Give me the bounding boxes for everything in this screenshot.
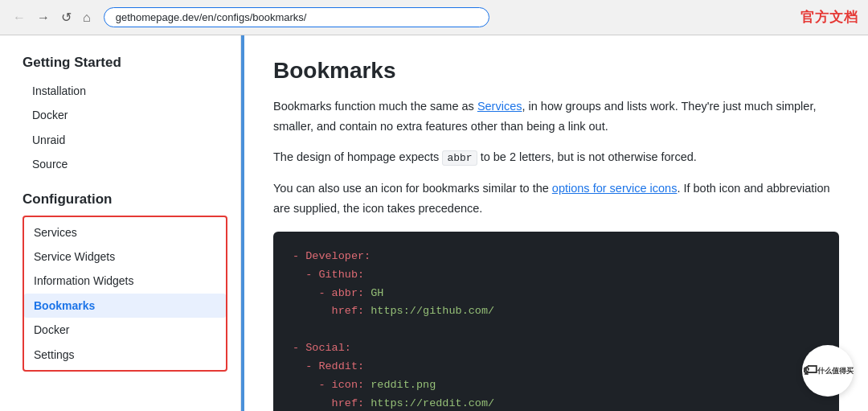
badge-label: 什么值得买 [817,367,854,376]
browser-chrome: ← → ↺ ⌂ 官方文档 [0,0,868,35]
abbr-code: abbr [442,150,477,166]
configuration-title: Configuration [23,191,227,208]
getting-started-title: Getting Started [23,55,227,71]
sidebar-item-information-widgets[interactable]: Information Widgets [24,269,226,293]
sidebar-item-services[interactable]: Services [24,220,226,245]
zmzm-badge: 🏷 什么值得买 [802,345,854,397]
nav-buttons: ← → ↺ ⌂ [10,10,94,26]
code-line-6: - Social: [293,339,820,358]
configuration-group: Services Service Widgets Information Wid… [23,216,227,372]
page-layout: Getting Started Installation Docker Unra… [0,35,868,411]
code-block: - Developer: - Github: - abbr: GH href: … [273,232,839,411]
code-line-8: - icon: reddit.png [293,376,820,395]
address-bar-container [104,7,489,27]
code-line-9: href: https://reddit.com/ [293,395,820,411]
getting-started-section: Getting Started Installation Docker Unra… [23,55,227,177]
badge-icon: 🏷 [803,361,817,380]
code-line-4: href: https://github.com/ [293,302,820,321]
para-1: Bookmarks function much the same as Serv… [273,97,839,136]
services-link[interactable]: Services [477,100,522,113]
sidebar: Getting Started Installation Docker Unra… [0,35,241,411]
code-line-7: - Reddit: [293,358,820,376]
para-2-text: The design of hompage expects [273,150,442,163]
code-line-5 [293,321,820,339]
sidebar-item-settings[interactable]: Settings [24,343,226,367]
sidebar-item-service-widgets[interactable]: Service Widgets [24,245,226,269]
address-bar[interactable] [104,7,489,27]
code-line-1: - Developer: [293,248,820,266]
back-button[interactable]: ← [10,10,29,26]
code-line-3: - abbr: GH [293,285,820,303]
page-title: Bookmarks [273,58,839,84]
sidebar-item-unraid[interactable]: Unraid [23,128,227,152]
para-1-text: Bookmarks function much the same as [273,100,477,113]
code-line-2: - Github: [293,266,820,285]
watermark-text: 官方文档 [800,8,858,27]
main-content: Bookmarks Bookmarks function much the sa… [244,35,868,411]
forward-button[interactable]: → [34,10,53,26]
para-2-text2: to be 2 letters, but is not otherwise fo… [477,150,697,163]
sidebar-item-source[interactable]: Source [23,152,227,176]
configuration-section: Configuration Services Service Widgets I… [23,191,227,372]
sidebar-item-installation[interactable]: Installation [23,79,227,103]
home-button[interactable]: ⌂ [80,10,94,26]
service-icons-link[interactable]: options for service icons [552,182,678,195]
reload-button[interactable]: ↺ [58,10,75,26]
sidebar-item-bookmarks[interactable]: Bookmarks [24,294,226,318]
para-3-text: You can also use an icon for bookmarks s… [273,182,552,195]
para-2: The design of hompage expects abbr to be… [273,147,839,167]
sidebar-item-docker-config[interactable]: Docker [24,318,226,342]
para-3: You can also use an icon for bookmarks s… [273,179,839,218]
sidebar-item-docker-gs[interactable]: Docker [23,103,227,127]
